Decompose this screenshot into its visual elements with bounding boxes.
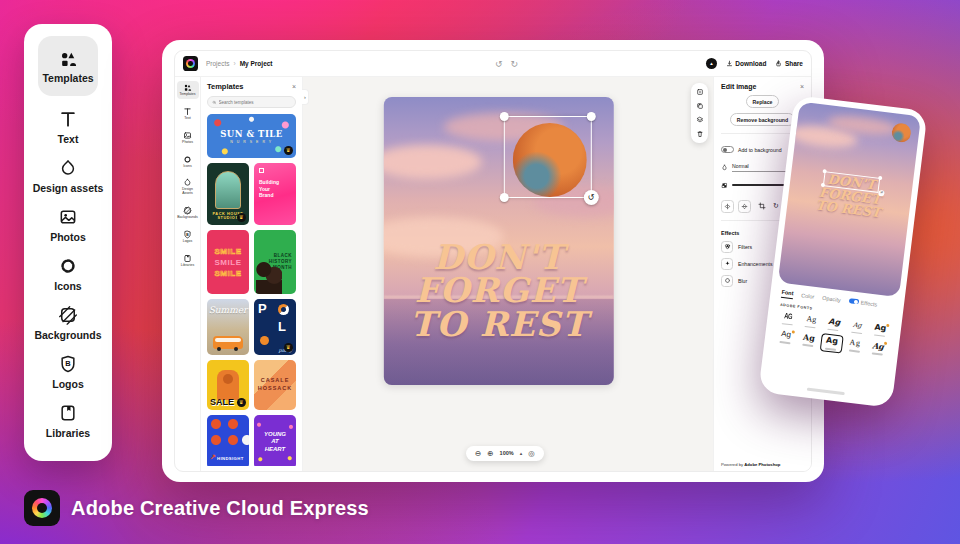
font-sample[interactable]: Ag	[797, 331, 820, 351]
resize-handle[interactable]	[823, 169, 827, 173]
phone-tab[interactable]: Font	[781, 289, 794, 299]
sidebar-item-icons[interactable]: Icons	[54, 256, 81, 292]
font-sample[interactable]: Ag	[866, 339, 889, 359]
sidebar-item-label: Libraries	[46, 427, 90, 439]
template-card-pack-house[interactable]: PACK HOUSESTUDIOS ♛	[207, 163, 249, 225]
font-sample[interactable]: Ag	[823, 315, 846, 333]
rail-item-libraries[interactable]: Libraries	[177, 252, 199, 270]
sun-sphere-graphic	[891, 122, 912, 143]
template-card-smile[interactable]: SMILE SMILE SMILE	[207, 230, 249, 294]
resize-handle[interactable]	[499, 193, 508, 202]
close-icon[interactable]: ×	[292, 83, 296, 90]
sidebar-item-logos[interactable]: Logos	[52, 354, 84, 390]
effect-label: Enhancements	[738, 261, 773, 267]
font-sample-glyph: Ag	[806, 315, 817, 325]
download-button[interactable]: Download	[726, 60, 767, 67]
phone-tab-label: Font	[781, 289, 794, 296]
layers-icon[interactable]	[696, 116, 704, 124]
zoom-level[interactable]: 100%	[500, 450, 514, 456]
rail-item-icons[interactable]: Icons	[177, 153, 199, 171]
frame-icon[interactable]	[696, 88, 704, 96]
crop-button[interactable]	[758, 202, 766, 210]
sidebar-item-design-assets[interactable]: Design assets	[33, 158, 104, 194]
app-content: Templates Text Photos Icons Design Asset…	[175, 77, 811, 471]
phone-tab[interactable]: Color	[801, 292, 815, 302]
template-card-building-brand[interactable]: Building Your Brand	[254, 163, 296, 225]
template-card-black-history-month[interactable]: BLACK HISTORY MONTH	[254, 230, 296, 294]
phone-tab[interactable]: Opacity	[822, 294, 841, 304]
duplicate-icon[interactable]	[696, 102, 704, 110]
search-input[interactable]	[219, 100, 291, 105]
brand-logo-graphic	[259, 168, 264, 173]
share-button[interactable]: Share	[775, 60, 803, 67]
font-sample-glyph: Ag	[874, 323, 887, 333]
rail-item-text[interactable]: Text	[177, 105, 199, 123]
breadcrumb-projects[interactable]: Projects	[206, 60, 229, 67]
creative-cloud-logo[interactable]	[183, 56, 198, 71]
replace-button[interactable]: Replace	[746, 95, 780, 108]
font-sample[interactable]: Ag	[846, 318, 869, 336]
flip-horizontal-button[interactable]	[721, 200, 734, 213]
font-sample[interactable]: Ag	[774, 328, 797, 348]
template-card-hindsight[interactable]: ↗ HINDSIGHT	[207, 415, 249, 466]
sidebar-item-text[interactable]: Text	[58, 109, 79, 145]
close-icon[interactable]: ×	[800, 83, 804, 90]
resize-handle[interactable]	[586, 112, 595, 121]
add-to-background-toggle[interactable]	[721, 146, 734, 153]
sidebar-item-label: Icons	[54, 280, 81, 292]
resize-handle[interactable]	[878, 176, 882, 180]
rail-item-templates[interactable]: Templates	[177, 81, 199, 99]
rail-item-logos[interactable]: Logos	[177, 228, 199, 246]
phone-tab-label: Color	[801, 292, 815, 300]
template-card-casale-hossack[interactable]: CASALE HOSSACK	[254, 360, 296, 410]
rail-item-design-assets[interactable]: Design Assets	[177, 176, 199, 198]
rotate-handle[interactable]: ↺	[583, 190, 598, 205]
font-sample[interactable]: Ag	[800, 312, 823, 330]
selection-box[interactable]: ↺	[503, 116, 591, 198]
sidebar-item-templates[interactable]: Templates	[38, 36, 98, 96]
templates-icon	[58, 49, 78, 69]
canvas-text[interactable]: DON'T FORGET TO REST	[384, 241, 614, 341]
powered-by-note: Powered by Adobe Photoshop	[721, 462, 780, 467]
template-card-young-at-heart[interactable]: YOUNG AT HEART	[254, 415, 296, 466]
sidebar-item-backgrounds[interactable]: Backgrounds	[34, 305, 101, 341]
template-card-sun-tile[interactable]: SUN & TILE N U R S E R Y ♛	[207, 114, 296, 158]
sidebar-item-photos[interactable]: Photos	[50, 207, 86, 243]
phone-tab[interactable]: Effects	[848, 298, 877, 309]
avatar[interactable]: ▲	[706, 58, 717, 69]
rail-item-backgrounds[interactable]: Backgrounds	[177, 204, 199, 222]
sidebar-item-libraries[interactable]: Libraries	[46, 403, 90, 439]
flip-vertical-button[interactable]	[738, 200, 751, 213]
redo-icon[interactable]: ↻	[511, 59, 519, 69]
premium-crown-badge: ♛	[237, 398, 246, 407]
rail-item-photos[interactable]: Photos	[177, 129, 199, 147]
design-assets-icon	[183, 178, 192, 187]
rotate-button[interactable]: ↻	[773, 202, 779, 210]
artboard[interactable]: ↺ DON'T FORGET TO REST	[384, 97, 614, 385]
breadcrumb-separator-icon: ›	[233, 60, 235, 67]
sidebar-item-label: Design assets	[33, 182, 104, 194]
zoom-out-icon[interactable]: ⊖	[475, 450, 481, 458]
font-sample[interactable]: Ag	[843, 336, 866, 356]
font-sample[interactable]: Ag	[869, 321, 892, 339]
undo-icon[interactable]: ↺	[495, 59, 503, 69]
template-card-summer[interactable]: Summer	[207, 299, 249, 355]
cc-ring-icon	[32, 498, 53, 519]
phone-canvas-text[interactable]: DON'T ↺ FORGET TO REST	[787, 167, 913, 223]
font-sample[interactable]: Ag	[820, 333, 843, 353]
template-search[interactable]	[207, 96, 296, 108]
resize-handle[interactable]	[499, 112, 508, 121]
fit-to-screen-icon[interactable]: ◎	[528, 450, 535, 458]
share-label: Share	[785, 60, 803, 67]
caret-up-icon[interactable]: ▴	[520, 450, 523, 456]
effects-toggle[interactable]	[848, 298, 859, 305]
panel-collapse-chevron[interactable]: ›	[302, 89, 309, 105]
home-indicator	[807, 388, 845, 396]
remove-background-button[interactable]: Remove background	[730, 113, 795, 126]
delete-icon[interactable]	[696, 130, 704, 138]
zoom-in-icon[interactable]: ⊕	[487, 450, 493, 458]
template-card-sale[interactable]: SALE ♛	[207, 360, 249, 410]
font-sample-glyph: Ag	[781, 330, 792, 340]
template-card-pool-party[interactable]: P L party ♛	[254, 299, 296, 355]
font-sample[interactable]: AG	[777, 310, 800, 328]
